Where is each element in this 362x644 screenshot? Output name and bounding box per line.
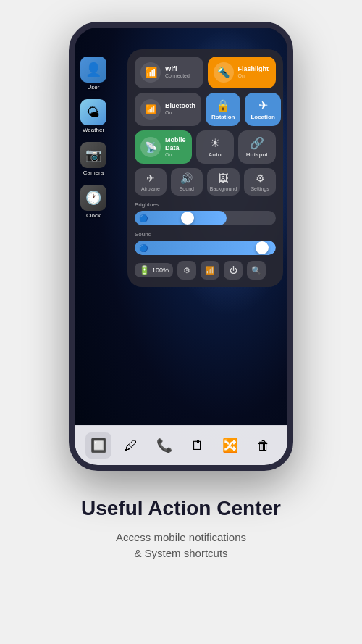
mobile-data-title: Mobile Data: [165, 136, 186, 152]
camera-icon: 📷: [80, 142, 106, 168]
user-icon: 👤: [80, 57, 106, 83]
dock-trash[interactable]: 🗑: [251, 432, 277, 459]
dock-pen[interactable]: 🖊: [118, 432, 144, 459]
location-label: Location: [251, 114, 274, 120]
hotspot-label: Hotspot: [246, 151, 268, 158]
settings-label: Settings: [251, 186, 269, 191]
flashlight-icon: 🔦: [214, 62, 234, 83]
wifi-sub: Connected: [165, 73, 190, 79]
phone-frame: 👤 User 🌤 Weather 📷 Camera 🕐 Clock 📶: [69, 22, 293, 471]
bluetooth-sub: On: [165, 110, 195, 116]
dock-finder[interactable]: 🔲: [85, 432, 111, 459]
phone-dock: 🔲 🖊 📞 🗒 🔀 🗑: [75, 425, 287, 465]
wifi-button[interactable]: 📶 Wifi Connected: [135, 57, 203, 88]
search-status-button[interactable]: 🔍: [247, 261, 266, 280]
hotspot-icon: 🔗: [250, 136, 264, 150]
wifi-title: Wifi: [165, 65, 190, 73]
background-label: Background: [210, 186, 237, 191]
cc-row1: 📶 Wifi Connected 🔦 Flashlight On: [135, 57, 276, 88]
dock-phone[interactable]: 📞: [151, 432, 177, 459]
airplane-icon: ✈: [146, 172, 155, 184]
app-weather[interactable]: 🌤 Weather: [80, 99, 106, 133]
battery-icon: 🔋: [139, 265, 150, 275]
mobile-data-sub: On: [165, 152, 186, 158]
rotation-label: Rotation: [211, 114, 235, 120]
cc-row3: 📡 Mobile Data On ☀ Auto 🔗 Hotspot: [135, 130, 276, 164]
app-clock[interactable]: 🕐 Clock: [80, 185, 106, 219]
wifi-icon: 📶: [140, 62, 161, 83]
settings-icon: ⚙: [256, 172, 265, 184]
gear-status-button[interactable]: ⚙: [177, 261, 196, 280]
clock-icon: 🕐: [80, 185, 106, 211]
airplane-button[interactable]: ✈ Airplane: [135, 168, 167, 196]
brightness-fill: [135, 211, 227, 225]
footer: Useful Action Center Access mobile notif…: [59, 496, 303, 591]
sound-section: Sound 🔵: [135, 231, 276, 255]
clock-label: Clock: [86, 212, 101, 219]
bluetooth-icon: 📶: [140, 99, 161, 120]
mobile-data-button[interactable]: 📡 Mobile Data On: [135, 130, 192, 164]
brightness-icon: 🔵: [139, 214, 148, 222]
dock-notes[interactable]: 🗒: [185, 432, 211, 459]
settings-button[interactable]: ⚙ Settings: [244, 168, 276, 196]
weather-label: Weather: [83, 127, 104, 133]
sound-thumb[interactable]: [256, 241, 269, 254]
sound-label: Sound: [180, 186, 194, 191]
dock-switch[interactable]: 🔀: [217, 432, 243, 459]
auto-label: Auto: [209, 151, 222, 158]
airplane-label: Airplane: [141, 186, 160, 191]
flashlight-title: Flashlight: [238, 65, 269, 73]
sound-slider-label: Sound: [135, 231, 276, 238]
bluetooth-text: Bluetooth On: [165, 102, 195, 116]
wifi-text: Wifi Connected: [165, 65, 190, 79]
footer-subtitle: Access mobile notifications& System shor…: [81, 530, 281, 562]
background-button[interactable]: 🖼 Background: [207, 168, 240, 196]
flashlight-sub: On: [238, 73, 269, 79]
sound-button[interactable]: 🔊 Sound: [171, 168, 203, 196]
background-icon: 🖼: [218, 172, 228, 184]
brightness-slider[interactable]: 🔵: [135, 211, 276, 225]
app-camera[interactable]: 📷 Camera: [80, 142, 106, 176]
sound-icon: 🔊: [180, 172, 193, 184]
power-button[interactable]: ⏻: [224, 261, 243, 280]
auto-brightness-button[interactable]: ☀ Auto: [196, 130, 234, 164]
battery-indicator: 🔋 100%: [135, 263, 173, 277]
control-center-panel: 📶 Wifi Connected 🔦 Flashlight On: [127, 49, 283, 287]
weather-icon: 🌤: [80, 99, 106, 125]
auto-icon: ☀: [210, 136, 220, 150]
bottom-status: 🔋 100% ⚙ 📶 ⏻ 🔍: [135, 261, 276, 280]
brightness-thumb[interactable]: [181, 212, 194, 225]
location-icon: ✈: [258, 99, 268, 112]
wifi-status-button[interactable]: 📶: [201, 261, 219, 280]
cc-row4: ✈ Airplane 🔊 Sound 🖼 Background ⚙ Settin…: [135, 168, 276, 196]
phone-wrapper: 👤 User 🌤 Weather 📷 Camera 🕐 Clock 📶: [69, 22, 293, 471]
mobile-data-text: Mobile Data On: [165, 136, 186, 158]
bluetooth-title: Bluetooth: [165, 102, 195, 110]
brightness-section: Brightnes 🔵: [135, 201, 276, 225]
flashlight-text: Flashlight On: [238, 65, 269, 79]
bluetooth-button[interactable]: 📶 Bluetooth On: [135, 93, 201, 126]
location-button[interactable]: ✈ Location: [245, 93, 280, 126]
mobile-data-icon: 📡: [140, 137, 161, 157]
footer-title: Useful Action Center: [81, 496, 281, 521]
user-label: User: [88, 84, 100, 91]
rotation-button[interactable]: 🔒 Rotation: [206, 93, 240, 126]
app-user[interactable]: 👤 User: [80, 57, 106, 91]
flashlight-button[interactable]: 🔦 Flashlight On: [208, 57, 277, 88]
left-apps: 👤 User 🌤 Weather 📷 Camera 🕐 Clock: [80, 57, 106, 219]
camera-label: Camera: [83, 170, 104, 176]
brightness-label: Brightnes: [135, 201, 276, 208]
sound-fill: [135, 241, 276, 255]
rotation-icon: 🔒: [216, 99, 230, 112]
sound-slider[interactable]: 🔵: [135, 241, 276, 255]
hotspot-button[interactable]: 🔗 Hotspot: [238, 130, 276, 164]
sound-slider-icon: 🔵: [139, 244, 148, 252]
battery-pct: 100%: [152, 267, 169, 274]
cc-row2: 📶 Bluetooth On 🔒 Rotation ✈ Location: [135, 93, 276, 126]
